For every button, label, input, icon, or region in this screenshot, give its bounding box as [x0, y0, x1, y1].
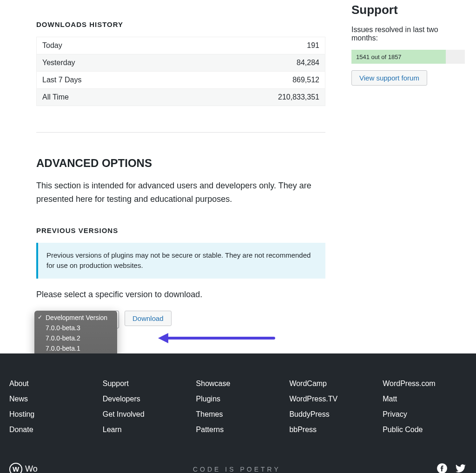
- table-cell-label: All Time: [37, 89, 178, 106]
- previous-versions-notice: Previous versions of plugins may not be …: [36, 243, 325, 279]
- facebook-icon[interactable]: [436, 462, 448, 473]
- support-heading: Support: [351, 3, 465, 17]
- table-cell-value: 84,284: [178, 54, 325, 72]
- download-button[interactable]: Download: [125, 311, 172, 326]
- support-ratio-fill: 1541 out of 1857: [351, 50, 446, 64]
- footer-link[interactable]: Get Involved: [103, 410, 187, 419]
- select-version-text: Please select a specific version to down…: [36, 290, 325, 300]
- version-option[interactable]: 7.0.0-beta.1: [34, 343, 117, 353]
- table-row: Yesterday84,284: [37, 54, 325, 72]
- table-cell-label: Yesterday: [37, 54, 178, 72]
- twitter-icon[interactable]: [455, 462, 467, 473]
- version-option[interactable]: 7.0.0-beta.2: [34, 333, 117, 343]
- table-row: Last 7 Days869,512: [37, 72, 325, 89]
- footer-link[interactable]: News: [9, 395, 93, 403]
- advanced-options-description: This section is intended for advanced us…: [36, 179, 325, 206]
- footer-link[interactable]: Developers: [103, 395, 187, 403]
- footer-link[interactable]: Public Code: [383, 426, 467, 434]
- footer: AboutNewsHostingDonateSupportDevelopersG…: [0, 353, 476, 473]
- footer-link[interactable]: Learn: [103, 426, 187, 434]
- table-cell-label: Last 7 Days: [37, 72, 178, 89]
- code-is-poetry: CODE IS POETRY: [38, 466, 436, 473]
- divider: [36, 132, 325, 133]
- footer-link[interactable]: Support: [103, 380, 187, 388]
- advanced-options-heading: ADVANCED OPTIONS: [36, 157, 325, 170]
- footer-link[interactable]: WordPress.com: [383, 380, 467, 388]
- version-option[interactable]: ✓Development Version: [34, 313, 117, 323]
- table-cell-value: 191: [178, 37, 325, 54]
- support-ratio-bar: 1541 out of 1857: [351, 50, 465, 64]
- footer-link[interactable]: Themes: [196, 410, 280, 419]
- footer-link[interactable]: WordPress.TV: [289, 395, 373, 403]
- wordpress-logo[interactable]: W Wo: [9, 463, 38, 473]
- footer-link[interactable]: WordCamp: [289, 380, 373, 388]
- footer-link[interactable]: Donate: [9, 426, 93, 434]
- table-cell-label: Today: [37, 37, 178, 54]
- check-icon: ✓: [38, 314, 42, 320]
- downloads-history-heading: DOWNLOADS HISTORY: [36, 20, 325, 28]
- table-row: Today191: [37, 37, 325, 54]
- footer-link[interactable]: Matt: [383, 395, 467, 403]
- support-ratio-text: 1541 out of 1857: [356, 53, 402, 60]
- previous-versions-heading: PREVIOUS VERSIONS: [36, 227, 325, 234]
- footer-link[interactable]: Showcase: [196, 380, 280, 388]
- table-cell-value: 869,512: [178, 72, 325, 89]
- wordpress-logo-icon: W: [9, 463, 22, 473]
- version-option[interactable]: 7.0.0-beta.3: [34, 323, 117, 333]
- support-issues-text: Issues resolved in last two months:: [351, 26, 465, 42]
- table-row: All Time210,833,351: [37, 89, 325, 106]
- table-cell-value: 210,833,351: [178, 89, 325, 106]
- annotation-arrow: [158, 333, 279, 342]
- footer-link[interactable]: Privacy: [383, 410, 467, 419]
- footer-link[interactable]: bbPress: [289, 426, 373, 434]
- footer-link[interactable]: Plugins: [196, 395, 280, 403]
- footer-link[interactable]: Patterns: [196, 426, 280, 434]
- downloads-table: Today191Yesterday84,284Last 7 Days869,51…: [36, 37, 325, 106]
- view-support-forum-button[interactable]: View support forum: [351, 70, 427, 86]
- footer-link[interactable]: About: [9, 380, 93, 388]
- footer-link[interactable]: Hosting: [9, 410, 93, 419]
- wordpress-logo-text: Wo: [25, 464, 38, 473]
- footer-link[interactable]: BuddyPress: [289, 410, 373, 419]
